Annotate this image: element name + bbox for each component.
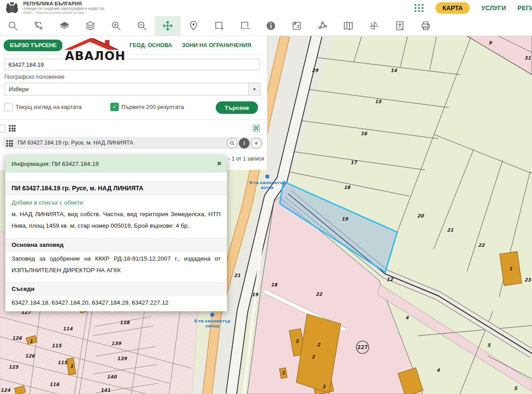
zoom-out-icon[interactable]: [129, 16, 155, 36]
parcel-label: 1: [509, 266, 512, 271]
nav-karta[interactable]: КАРТА: [435, 2, 470, 14]
tab-restriction-zones[interactable]: ЗОНИ НА ОГРАНИЧЕНИЯ: [182, 42, 251, 48]
layers-outline-icon[interactable]: [77, 16, 103, 36]
parcel-label: 5: [514, 386, 517, 391]
geo-select[interactable]: Избери ▼: [4, 83, 261, 96]
popup-header: Информация: ПИ 63427.184.19 ×: [5, 156, 227, 173]
result-add-icon[interactable]: [251, 138, 262, 149]
neighbors-list: 63427.184.18, 63427.184.20, 63427.184.29…: [5, 295, 227, 312]
object-description: м. НАД ЛИНИЯТА, вид собств. Частна, вид …: [5, 207, 227, 236]
parcel-label: 5: [295, 338, 299, 344]
route-tool-icon[interactable]: [26, 16, 52, 36]
search-button[interactable]: Търсене: [216, 101, 258, 114]
result-zoom-icon[interactable]: [227, 138, 238, 149]
parcel-label: 5: [487, 342, 491, 348]
parcel-label: 18: [344, 185, 351, 190]
geo-select-value: Избери: [9, 86, 28, 92]
info-tool-icon[interactable]: [258, 16, 284, 36]
first200-label: Първите 200 резултата: [121, 104, 184, 110]
parcel-label: 19: [342, 216, 349, 221]
parcel-label: 126: [12, 335, 23, 341]
svg-text:9-ти километър: 9-ти километър: [249, 181, 286, 185]
current-view-label: Текущ изглед на картата: [16, 104, 81, 110]
parcel-label: 141: [101, 387, 110, 393]
result-info-icon[interactable]: i: [239, 138, 250, 149]
result-text: ПИ 63427.184.19 гр. Русе, м. НАД ЛИНИЯТА: [18, 140, 133, 146]
select-all-checkbox[interactable]: [0, 125, 5, 133]
print-icon[interactable]: [413, 16, 439, 36]
nav-uslugi[interactable]: УСЛУГИ: [481, 4, 506, 12]
apps-grid-icon[interactable]: [415, 4, 424, 12]
measure-tool-icon[interactable]: [284, 16, 310, 36]
nav-registri[interactable]: РЕГИ: [517, 4, 532, 12]
info-popup: Информация: ПИ 63427.184.19 × ПИ 63427.1…: [5, 156, 227, 311]
parcel-label: 18: [271, 282, 278, 287]
parcel-label: 4: [436, 367, 440, 373]
tab-geod-basis[interactable]: ГЕОД. ОСНОВА: [129, 42, 172, 48]
agency-subtitle: Агенция по геодезия, картография и кадас…: [23, 7, 105, 11]
records-count: - 1 от 1 записи: [228, 156, 264, 162]
svg-text:9-ти километър: 9-ти километър: [194, 319, 230, 323]
parcel-label: 15: [375, 99, 382, 104]
current-view-checkbox[interactable]: [4, 103, 13, 111]
parcel-label: 20: [417, 213, 424, 218]
parcel-label: 22: [316, 291, 322, 297]
neighbors-section-header: Съседи: [5, 282, 227, 295]
parcel-label: 21: [447, 227, 454, 233]
parcel-label: 125: [8, 364, 19, 370]
parcel-label: 4: [405, 315, 409, 320]
geo-position-label: Географско положение: [4, 74, 64, 80]
parcel-label: 140: [107, 374, 117, 379]
parcel-label: 14: [391, 68, 397, 73]
parcel-label: 19: [252, 292, 259, 297]
parcel-label: 12: [387, 277, 393, 282]
polygon-nodes-icon[interactable]: [310, 16, 335, 36]
order-text: Заповед за одобрение на КККР РД-18-91/15…: [5, 251, 227, 280]
search-tool-icon[interactable]: [0, 16, 26, 36]
map-toolbar: [0, 16, 532, 36]
layers-filled-icon[interactable]: [52, 16, 77, 36]
close-icon[interactable]: ×: [217, 159, 222, 168]
select-rect-plus-icon[interactable]: [206, 16, 232, 36]
parcel-label: 138: [120, 320, 130, 325]
add-to-list-link[interactable]: Добави в списък с обекти: [5, 195, 227, 207]
parcel-label: 3: [322, 384, 326, 389]
parcel-label: 29: [312, 68, 319, 73]
parcel-label: 124: [0, 387, 11, 393]
parcel-label: 115: [52, 343, 62, 348]
zoom-in-icon[interactable]: [103, 16, 129, 36]
parcel-label: 114: [63, 326, 73, 331]
result-grid-icon: [6, 140, 13, 147]
republic-title: РЕПУБЛИКА БЪЛГАРИЯ: [23, 1, 105, 7]
first200-checkbox[interactable]: ✓: [110, 103, 119, 111]
chevron-down-icon[interactable]: ▼: [248, 83, 260, 95]
parcel-label: 1: [282, 370, 285, 375]
pan-tool-icon[interactable]: [155, 16, 181, 36]
svg-text:227: 227: [357, 344, 368, 350]
svg-text:запад: запад: [206, 324, 219, 328]
search-input[interactable]: [4, 59, 260, 70]
parcel-label: 1: [70, 363, 73, 369]
search-panel: БЪРЗО ТЪРСЕНЕ ГЕОД. ОСНОВА ЗОНИ НА ОГРАН…: [0, 36, 267, 170]
svg-text:изток: изток: [261, 185, 274, 190]
parcel-label: 31: [524, 55, 531, 60]
object-title: ПИ 63427.184.19 гр. Русе, м. НАД ЛИНИЯТА: [5, 181, 227, 195]
coat-of-arms-logo: [4, 1, 20, 15]
parcel-label: 23: [524, 277, 531, 282]
grid-layer-icon[interactable]: [9, 125, 16, 132]
result-row[interactable]: ПИ 63427.184.19 гр. Русе, м. НАД ЛИНИЯТА…: [2, 137, 263, 149]
location-marker-icon[interactable]: [181, 16, 206, 36]
parcel-label: 1: [29, 338, 32, 344]
avalon-text: АВАЛОН: [65, 49, 125, 63]
parcel-label: 139: [117, 356, 128, 361]
select-rect-minus-icon[interactable]: [232, 16, 258, 36]
export-file-icon[interactable]: [387, 16, 413, 36]
tab-quick-search[interactable]: БЪРЗО ТЪРСЕНЕ: [4, 40, 63, 51]
coordinates-grid-icon[interactable]: [361, 16, 387, 36]
parcel-label: 22: [478, 242, 485, 248]
road-badge-227: 227: [356, 341, 369, 354]
expand-results-icon[interactable]: [253, 125, 260, 132]
top-header: РЕПУБЛИКА БЪЛГАРИЯ Агенция по геодезия, …: [0, 0, 532, 16]
avalon-watermark: АВАЛОН: [62, 37, 121, 63]
map-fold-icon[interactable]: [335, 16, 361, 36]
